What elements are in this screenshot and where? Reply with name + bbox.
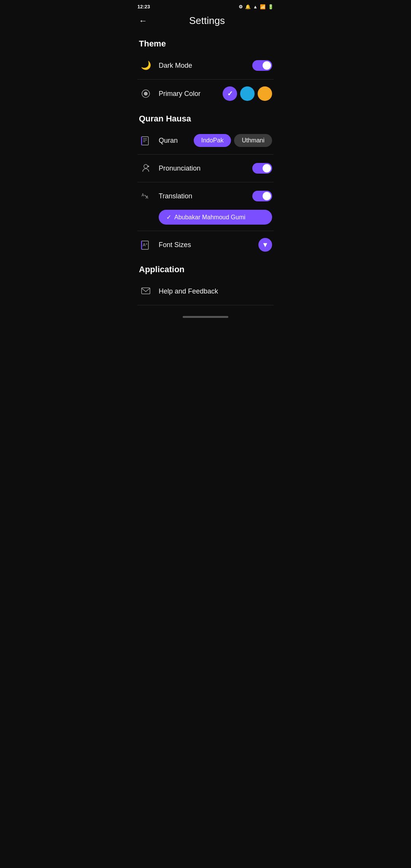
help-feedback-icon [139, 284, 153, 298]
help-feedback-label: Help and Feedback [159, 287, 272, 295]
dark-mode-toggle[interactable] [252, 60, 272, 71]
translation-icon: A A [139, 189, 153, 203]
dark-mode-row[interactable]: 🌙 Dark Mode [131, 52, 280, 79]
back-arrow-icon: ← [139, 16, 147, 26]
color-swatches [223, 86, 272, 101]
translation-selector[interactable]: ✓ Abubakar Mahmoud Gumi [159, 210, 272, 225]
pronunciation-toggle[interactable] [252, 163, 272, 174]
dark-mode-icon: 🌙 [139, 59, 153, 72]
font-sizes-icon: A a [139, 238, 153, 252]
primary-color-icon [139, 87, 153, 101]
primary-color-label: Primary Color [159, 90, 223, 98]
theme-section-header: Theme [131, 33, 280, 52]
color-swatch-blue[interactable] [240, 86, 255, 101]
dark-mode-toggle-knob [263, 61, 271, 70]
svg-rect-16 [142, 288, 150, 294]
quran-hausa-section-header: Quran Hausa [131, 108, 280, 127]
home-indicator [183, 316, 228, 318]
settings-status-icon: ⚙ [239, 4, 243, 10]
svg-point-8 [148, 166, 149, 167]
quran-label: Quran [159, 137, 194, 145]
svg-point-7 [144, 164, 148, 168]
page-title: Settings [152, 15, 262, 27]
status-icons: ⚙ 🔔 ▲ 📶 🔋 [239, 4, 274, 10]
indopak-button[interactable]: IndoPak [194, 134, 231, 147]
svg-text:a: a [146, 243, 147, 245]
font-sizes-row[interactable]: A a Font Sizes ▼ [131, 231, 280, 258]
font-sizes-label: Font Sizes [159, 241, 258, 249]
sound-status-icon: 🔔 [245, 4, 251, 10]
signal-status-icon: 📶 [260, 4, 266, 10]
color-swatch-purple[interactable] [223, 86, 237, 101]
pronunciation-label: Pronunciation [159, 164, 252, 172]
primary-color-row[interactable]: Primary Color [131, 80, 280, 108]
status-bar: 12:23 ⚙ 🔔 ▲ 📶 🔋 [131, 0, 280, 12]
translation-toggle-knob [263, 192, 271, 200]
help-and-feedback-row[interactable]: Help and Feedback [131, 278, 280, 305]
battery-status-icon: 🔋 [268, 4, 274, 10]
color-swatch-orange[interactable] [258, 86, 272, 101]
uthmani-button[interactable]: Uthmani [234, 134, 272, 147]
application-section-header: Application [131, 258, 280, 278]
svg-text:A: A [142, 193, 144, 197]
pronunciation-toggle-knob [263, 164, 271, 172]
translation-check-icon: ✓ [166, 214, 171, 221]
quran-script-buttons: IndoPak Uthmani [194, 134, 272, 147]
quran-row[interactable]: Quran IndoPak Uthmani [131, 127, 280, 154]
font-sizes-dropdown-icon[interactable]: ▼ [258, 238, 272, 252]
translation-toggle[interactable] [252, 191, 272, 201]
back-button[interactable]: ← [137, 15, 149, 27]
wifi-status-icon: ▲ [253, 4, 258, 10]
dark-mode-label: Dark Mode [159, 62, 252, 70]
page-header: ← Settings [131, 12, 280, 33]
translation-row[interactable]: A A Translation [131, 182, 280, 210]
pronunciation-row[interactable]: Pronunciation [131, 155, 280, 182]
svg-text:A: A [143, 243, 146, 247]
translation-label: Translation [159, 192, 252, 200]
status-time: 12:23 [137, 4, 150, 10]
quran-icon [139, 134, 153, 147]
svg-point-1 [144, 92, 148, 96]
translation-selected-label: Abubakar Mahmoud Gumi [174, 214, 245, 221]
svg-rect-2 [142, 137, 148, 145]
pronunciation-icon [139, 161, 153, 175]
bottom-nav-bar [131, 305, 280, 328]
